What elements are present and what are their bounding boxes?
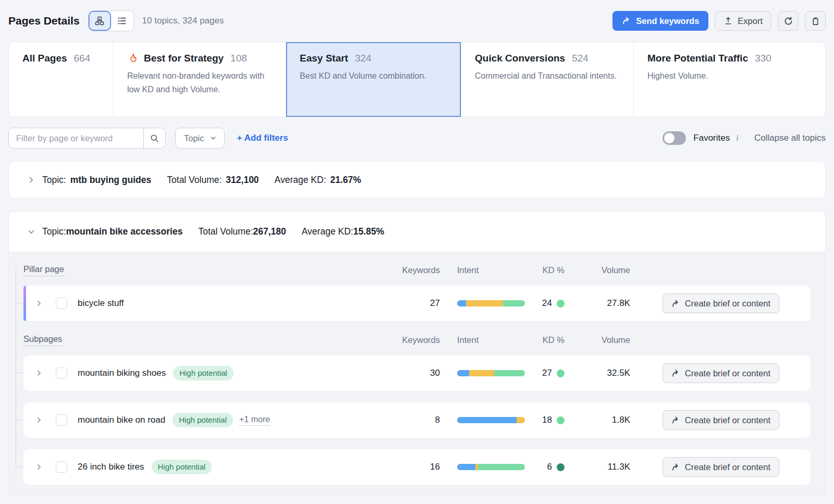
create-brief-label: Create brief or content xyxy=(685,462,770,472)
export-icon xyxy=(723,16,733,26)
high-potential-badge: High potential xyxy=(173,413,233,427)
list-view-button[interactable] xyxy=(111,11,133,31)
tab-all-pages[interactable]: All Pages 664 xyxy=(9,42,113,117)
topic-card-collapsed: Topic:mtb buying guides Total Volume:312… xyxy=(8,161,826,199)
export-label: Export xyxy=(738,16,763,26)
send-arrow-icon xyxy=(622,16,631,26)
chevron-right-icon[interactable] xyxy=(35,299,43,308)
create-arrow-icon xyxy=(671,369,680,378)
more-badges-link[interactable]: +1 more xyxy=(239,415,270,426)
send-keywords-label: Send keywords xyxy=(636,16,699,26)
tab-label: Best for Strategy xyxy=(144,53,224,64)
tree-view-button[interactable] xyxy=(89,11,111,31)
row-checkbox[interactable] xyxy=(56,367,67,379)
kd-value: 18 xyxy=(542,415,565,425)
topic-total-volume: Total Volume:267,180 xyxy=(198,226,286,237)
tab-count: 324 xyxy=(355,53,372,64)
topic-name: Topic:mountain bike accessories xyxy=(42,226,182,237)
page-title: Pages Details xyxy=(8,15,80,27)
column-kd: KD % xyxy=(543,265,565,275)
chevron-right-icon[interactable] xyxy=(35,369,43,377)
send-keywords-button[interactable]: Send keywords xyxy=(612,11,708,31)
row-checkbox[interactable] xyxy=(56,461,67,473)
tab-label: All Pages xyxy=(22,53,67,64)
tab-description: Commercial and Transactional intents. xyxy=(475,69,620,83)
refresh-button[interactable] xyxy=(778,11,799,31)
column-keywords: Keywords xyxy=(402,335,440,345)
sitemap-icon xyxy=(94,16,105,26)
table-row: mountain bike on road High potential +1 … xyxy=(23,402,811,438)
tab-easy-start[interactable]: Easy Start 324 Best KD and Volume combin… xyxy=(286,42,461,117)
view-toggle xyxy=(88,10,134,31)
topics-pages-summary: 10 topics, 324 pages xyxy=(142,16,224,26)
tab-best-for-strategy[interactable]: Best for Strategy 108 Relevant non-brand… xyxy=(113,42,286,117)
table-row: mountain biking shoes High potential 30 … xyxy=(23,355,811,391)
volume-value: 32.5K xyxy=(607,368,630,378)
column-volume: Volume xyxy=(602,265,630,275)
tab-label: Quick Conversions xyxy=(475,53,565,64)
intent-bar xyxy=(457,464,525,470)
flame-icon xyxy=(127,53,139,64)
high-potential-badge: High potential xyxy=(173,366,234,380)
volume-value: 27.8K xyxy=(607,298,630,309)
create-brief-label: Create brief or content xyxy=(685,299,770,309)
tab-description: Relevant non-branded keywords with low K… xyxy=(127,69,272,96)
chevron-right-icon[interactable] xyxy=(35,463,43,471)
topic-header: Topic:mountain bike accessories Total Vo… xyxy=(9,212,825,252)
create-brief-label: Create brief or content xyxy=(685,415,770,425)
favorites-toggle[interactable] xyxy=(663,131,686,145)
favorites-label: Favorites xyxy=(693,133,730,143)
tab-quick-conversions[interactable]: Quick Conversions 524 Commercial and Tra… xyxy=(461,42,633,117)
subpages-label[interactable]: Subpages xyxy=(23,334,62,346)
page-name: mountain bike on road xyxy=(78,415,165,425)
chevron-down-icon[interactable] xyxy=(27,227,36,237)
search-input[interactable] xyxy=(9,128,143,148)
column-intent: Intent xyxy=(457,265,479,275)
row-checkbox[interactable] xyxy=(56,414,67,426)
keywords-value: 27 xyxy=(430,298,440,309)
create-brief-button[interactable]: Create brief or content xyxy=(663,293,779,313)
tab-count: 664 xyxy=(74,53,91,64)
intent-bar xyxy=(457,417,525,423)
create-brief-button[interactable]: Create brief or content xyxy=(663,457,779,477)
delete-button[interactable] xyxy=(805,11,826,31)
search-icon xyxy=(150,133,160,143)
info-icon[interactable]: i xyxy=(736,133,739,143)
create-brief-button[interactable]: Create brief or content xyxy=(663,410,779,430)
kd-dot xyxy=(557,300,565,308)
kd-value: 6 xyxy=(547,462,565,472)
tab-count: 330 xyxy=(755,53,771,64)
collapse-all-topics-link[interactable]: Collapse all topics xyxy=(754,133,826,143)
add-filters-link[interactable]: + Add filters xyxy=(237,133,288,143)
topic-filter-dropdown[interactable]: Topic xyxy=(175,128,225,149)
topic-filter-label: Topic xyxy=(184,133,204,143)
column-intent: Intent xyxy=(457,335,479,345)
topic-average-kd: Average KD:15.85% xyxy=(302,226,384,237)
search-button[interactable] xyxy=(143,128,165,148)
tree-connector-line xyxy=(16,268,16,467)
column-volume: Volume xyxy=(602,335,630,345)
create-brief-button[interactable]: Create brief or content xyxy=(663,363,779,383)
topic-total-volume: Total Volume:312,100 xyxy=(167,175,259,186)
tab-description: Highest Volume. xyxy=(647,69,793,83)
volume-value: 1.8K xyxy=(612,415,630,425)
tab-more-potential-traffic[interactable]: More Potential Traffic 330 Highest Volum… xyxy=(633,42,825,117)
tab-count: 524 xyxy=(572,53,588,64)
export-button[interactable]: Export xyxy=(715,11,771,31)
column-keywords: Keywords xyxy=(402,265,440,275)
kd-dot xyxy=(557,416,565,424)
pillar-page-label[interactable]: Pillar page xyxy=(23,264,64,276)
strategy-tabs: All Pages 664 Best for Strategy 108 Rele… xyxy=(8,42,826,117)
chevron-down-icon xyxy=(210,134,217,142)
row-checkbox[interactable] xyxy=(56,298,67,309)
kd-dot xyxy=(557,370,565,377)
topic-body: Pillar page Keywords Intent KD % Volume … xyxy=(9,252,825,495)
toggle-knob xyxy=(664,133,674,143)
topic-card-expanded: Topic:mountain bike accessories Total Vo… xyxy=(8,211,826,496)
chevron-right-icon[interactable] xyxy=(35,416,43,424)
chevron-right-icon[interactable] xyxy=(27,175,36,185)
table-row: 26 inch bike tires High potential 16 6 1… xyxy=(23,449,811,485)
table-row-pillar: bicycle stuff 27 24 27.8K Create brief o… xyxy=(23,286,811,321)
topic-name: Topic:mtb buying guides xyxy=(42,175,151,186)
list-icon xyxy=(117,16,127,26)
